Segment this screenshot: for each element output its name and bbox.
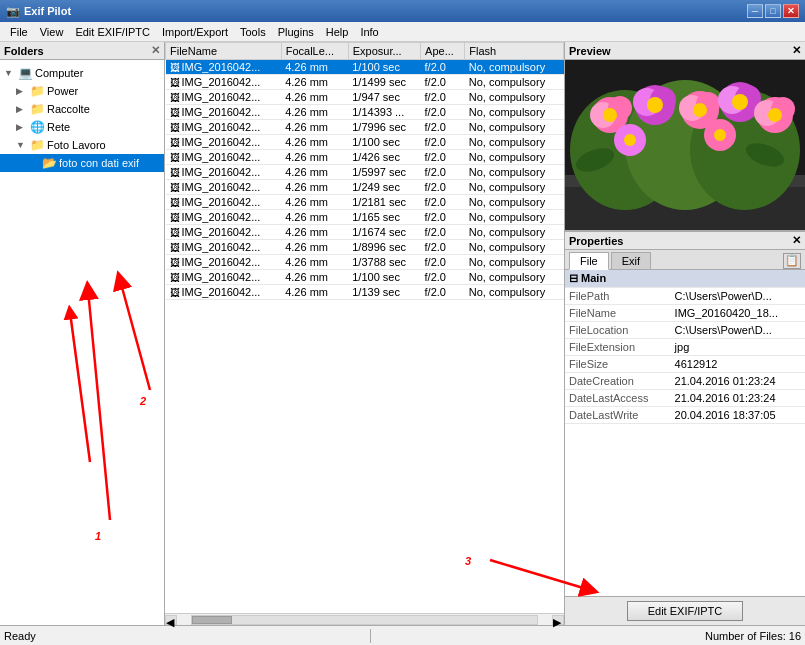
property-row: DateLastAccess 21.04.2016 01:23:24 bbox=[565, 390, 805, 407]
tree-item-power[interactable]: ▶ 📁 Power bbox=[0, 82, 164, 100]
table-row[interactable]: 🖼IMG_2016042... 4.26 mm 1/100 sec f/2.0 … bbox=[166, 60, 564, 75]
menu-view[interactable]: View bbox=[34, 24, 70, 40]
menu-bar: File View Edit EXIF/IPTC Import/Export T… bbox=[0, 22, 805, 42]
table-row[interactable]: 🖼IMG_2016042... 4.26 mm 1/7996 sec f/2.0… bbox=[166, 120, 564, 135]
prop-key: FileLocation bbox=[565, 322, 671, 339]
folder-panel-close[interactable]: ✕ bbox=[151, 44, 160, 57]
col-exposure[interactable]: Exposur... bbox=[348, 43, 420, 60]
title-bar: 📷 Exif Pilot ─ □ ✕ bbox=[0, 0, 805, 22]
properties-tabs: File Exif 📋 bbox=[565, 250, 805, 270]
tree-item-computer[interactable]: ▼ 💻 Computer bbox=[0, 64, 164, 82]
tab-file[interactable]: File bbox=[569, 252, 609, 270]
scroll-right-btn[interactable]: ▶ bbox=[552, 615, 564, 625]
svg-point-15 bbox=[647, 97, 663, 113]
table-row[interactable]: 🖼IMG_2016042... 4.26 mm 1/1674 sec f/2.0… bbox=[166, 225, 564, 240]
tree-item-rete[interactable]: ▶ 🌐 Rete bbox=[0, 118, 164, 136]
window-controls: ─ □ ✕ bbox=[747, 4, 799, 18]
minimize-button[interactable]: ─ bbox=[747, 4, 763, 18]
menu-import-export[interactable]: Import/Export bbox=[156, 24, 234, 40]
tree-item-foto-con-dati[interactable]: 📂 foto con dati exif bbox=[0, 154, 164, 172]
col-focal[interactable]: FocalLe... bbox=[281, 43, 348, 60]
table-row[interactable]: 🖼IMG_2016042... 4.26 mm 1/100 sec f/2.0 … bbox=[166, 135, 564, 150]
table-row[interactable]: 🖼IMG_2016042... 4.26 mm 1/947 sec f/2.0 … bbox=[166, 90, 564, 105]
tree-item-raccolte[interactable]: ▶ 📁 Raccolte bbox=[0, 100, 164, 118]
folder-tree[interactable]: ▼ 💻 Computer ▶ 📁 Power ▶ 📁 Raccolte ▶ 🌐 … bbox=[0, 60, 164, 625]
svg-point-11 bbox=[603, 108, 617, 122]
expander-icon: ▶ bbox=[16, 104, 28, 114]
folder-icon: 📁 bbox=[30, 84, 45, 98]
file-icon: 🖼 bbox=[170, 242, 180, 253]
prop-value: C:\Users\Power\D... bbox=[671, 288, 805, 305]
prop-value: 21.04.2016 01:23:24 bbox=[671, 373, 805, 390]
file-icon: 🖼 bbox=[170, 287, 180, 298]
table-row[interactable]: 🖼IMG_2016042... 4.26 mm 1/100 sec f/2.0 … bbox=[166, 270, 564, 285]
tab-exif[interactable]: Exif bbox=[611, 252, 651, 269]
table-row[interactable]: 🖼IMG_2016042... 4.26 mm 1/5997 sec f/2.0… bbox=[166, 165, 564, 180]
maximize-button[interactable]: □ bbox=[765, 4, 781, 18]
file-icon: 🖼 bbox=[170, 137, 180, 148]
file-icon: 🖼 bbox=[170, 257, 180, 268]
horizontal-scrollbar[interactable]: ◀ ▶ bbox=[165, 613, 564, 625]
status-divider bbox=[370, 629, 371, 643]
scrollbar-track[interactable] bbox=[191, 615, 538, 625]
file-table-container[interactable]: FileName FocalLe... Exposur... Ape... Fl… bbox=[165, 42, 564, 613]
folder-panel: Folders ✕ ▼ 💻 Computer ▶ 📁 Power ▶ 📁 Rac… bbox=[0, 42, 165, 625]
preview-svg bbox=[565, 60, 805, 230]
table-row[interactable]: 🖼IMG_2016042... 4.26 mm 1/3788 sec f/2.0… bbox=[166, 255, 564, 270]
property-row: DateCreation 21.04.2016 01:23:24 bbox=[565, 373, 805, 390]
file-icon: 🖼 bbox=[170, 212, 180, 223]
preview-image bbox=[565, 60, 805, 230]
table-row[interactable]: 🖼IMG_2016042... 4.26 mm 1/1499 sec f/2.0… bbox=[166, 75, 564, 90]
menu-info[interactable]: Info bbox=[354, 24, 384, 40]
properties-action-btn[interactable]: 📋 bbox=[783, 253, 801, 269]
properties-header: Properties ✕ bbox=[565, 232, 805, 250]
table-row[interactable]: 🖼IMG_2016042... 4.26 mm 1/8996 sec f/2.0… bbox=[166, 240, 564, 255]
table-row[interactable]: 🖼IMG_2016042... 4.26 mm 1/14393 ... f/2.… bbox=[166, 105, 564, 120]
file-icon: 🖼 bbox=[170, 122, 180, 133]
tree-item-label: Rete bbox=[47, 121, 70, 133]
properties-panel: Properties ✕ File Exif 📋 ⊟ Main FilePath… bbox=[565, 231, 805, 596]
file-icon: 🖼 bbox=[170, 92, 180, 103]
edit-exif-button[interactable]: Edit EXIF/IPTC bbox=[627, 601, 744, 621]
properties-table: ⊟ Main FilePath C:\Users\Power\D... File… bbox=[565, 270, 805, 424]
file-icon: 🖼 bbox=[170, 182, 180, 193]
col-filename[interactable]: FileName bbox=[166, 43, 282, 60]
tree-item-label: Computer bbox=[35, 67, 83, 79]
prop-key: FileName bbox=[565, 305, 671, 322]
network-icon: 🌐 bbox=[30, 120, 45, 134]
folder-icon: 📁 bbox=[30, 138, 45, 152]
expander-icon: ▶ bbox=[16, 86, 28, 96]
expander-icon: ▼ bbox=[16, 140, 28, 150]
menu-plugins[interactable]: Plugins bbox=[272, 24, 320, 40]
file-list-panel: FileName FocalLe... Exposur... Ape... Fl… bbox=[165, 42, 565, 625]
preview-title: Preview bbox=[569, 45, 611, 57]
table-row[interactable]: 🖼IMG_2016042... 4.26 mm 1/165 sec f/2.0 … bbox=[166, 210, 564, 225]
prop-key: FilePath bbox=[565, 288, 671, 305]
close-button[interactable]: ✕ bbox=[783, 4, 799, 18]
right-panel: Preview ✕ bbox=[565, 42, 805, 625]
menu-edit-exif[interactable]: Edit EXIF/IPTC bbox=[69, 24, 156, 40]
prop-value: 4612912 bbox=[671, 356, 805, 373]
table-row[interactable]: 🖼IMG_2016042... 4.26 mm 1/139 sec f/2.0 … bbox=[166, 285, 564, 300]
table-row[interactable]: 🖼IMG_2016042... 4.26 mm 1/2181 sec f/2.0… bbox=[166, 195, 564, 210]
file-icon: 🖼 bbox=[170, 107, 180, 118]
col-aperture[interactable]: Ape... bbox=[421, 43, 465, 60]
properties-close[interactable]: ✕ bbox=[792, 234, 801, 247]
prop-value: IMG_20160420_18... bbox=[671, 305, 805, 322]
property-row: FileName IMG_20160420_18... bbox=[565, 305, 805, 322]
file-icon: 🖼 bbox=[170, 227, 180, 238]
table-row[interactable]: 🖼IMG_2016042... 4.26 mm 1/426 sec f/2.0 … bbox=[166, 150, 564, 165]
menu-help[interactable]: Help bbox=[320, 24, 355, 40]
scrollbar-thumb[interactable] bbox=[192, 616, 232, 624]
file-icon: 🖼 bbox=[170, 77, 180, 88]
menu-tools[interactable]: Tools bbox=[234, 24, 272, 40]
tree-item-foto-lavoro[interactable]: ▼ 📁 Foto Lavoro bbox=[0, 136, 164, 154]
preview-close[interactable]: ✕ bbox=[792, 44, 801, 57]
file-icon: 🖼 bbox=[170, 62, 180, 73]
expander-icon: ▼ bbox=[4, 68, 16, 78]
table-row[interactable]: 🖼IMG_2016042... 4.26 mm 1/249 sec f/2.0 … bbox=[166, 180, 564, 195]
properties-title: Properties bbox=[569, 235, 623, 247]
menu-file[interactable]: File bbox=[4, 24, 34, 40]
col-flash[interactable]: Flash bbox=[465, 43, 564, 60]
scroll-left-btn[interactable]: ◀ bbox=[165, 615, 177, 625]
